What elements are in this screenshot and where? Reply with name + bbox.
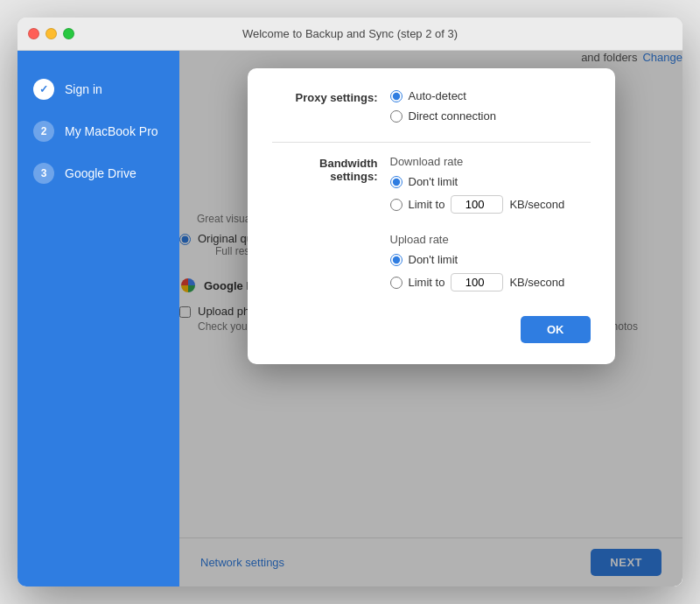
sidebar-item-macbook-label: My MacBook Pro [65, 124, 158, 138]
main-area: ✓ Sign in 2 My MacBook Pro 3 Google Driv… [18, 51, 682, 586]
direct-connection-label: Direct connection [409, 109, 496, 123]
proxy-settings-row: Proxy settings: Auto-detect Direct conne… [272, 89, 591, 130]
section-divider [272, 142, 591, 143]
maximize-button[interactable] [63, 28, 74, 39]
window-controls [28, 28, 74, 39]
proxy-fields: Auto-detect Direct connection [390, 89, 591, 130]
direct-connection-option[interactable]: Direct connection [390, 109, 591, 123]
step-2-indicator: 2 [33, 121, 54, 142]
bandwidth-settings-row: Bandwidth settings: Download rate Don't … [272, 155, 591, 298]
dl-dont-limit-option[interactable]: Don't limit [390, 175, 591, 188]
dl-dont-limit-label: Don't limit [409, 175, 458, 188]
dl-limit-to-option[interactable]: Limit to KB/second [390, 195, 591, 214]
ul-dont-limit-radio[interactable] [390, 254, 402, 266]
ul-limit-to-option[interactable]: Limit to KB/second [390, 273, 591, 291]
sidebar-item-label: Sign in [65, 82, 102, 96]
download-rate-input[interactable] [451, 195, 503, 214]
sidebar-item-macbook[interactable]: 2 My MacBook Pro [18, 110, 179, 152]
auto-detect-label: Auto-detect [409, 89, 467, 102]
dl-limit-to-label: Limit to [409, 198, 445, 211]
modal-ok-row: OK [272, 316, 591, 343]
upload-rate-unit: KB/second [509, 276, 564, 289]
titlebar: Welcome to Backup and Sync (step 2 of 3) [18, 18, 682, 51]
sidebar-item-google-drive[interactable]: 3 Google Drive [18, 152, 179, 194]
ul-limit-to-radio[interactable] [390, 277, 402, 289]
ul-dont-limit-label: Don't limit [409, 253, 458, 266]
ul-limit-to-label: Limit to [409, 276, 445, 289]
upload-rate-input[interactable] [451, 273, 503, 291]
window-title: Welcome to Backup and Sync (step 2 of 3) [242, 27, 458, 40]
download-rate-title: Download rate [390, 155, 591, 168]
bandwidth-settings-label: Bandwidth settings: [272, 155, 390, 183]
download-rate-unit: KB/second [509, 198, 564, 211]
ul-dont-limit-option[interactable]: Don't limit [390, 253, 591, 266]
upload-rate-title: Upload rate [390, 233, 591, 246]
modal-dialog: Proxy settings: Auto-detect Direct conne… [248, 68, 615, 364]
sidebar-item-drive-label: Google Drive [65, 166, 136, 180]
modal-overlay: Proxy settings: Auto-detect Direct conne… [179, 51, 682, 586]
step-3-indicator: 3 [33, 163, 54, 184]
close-button[interactable] [28, 28, 39, 39]
proxy-settings-label: Proxy settings: [272, 89, 390, 104]
auto-detect-radio[interactable] [390, 90, 402, 102]
sidebar-item-sign-in[interactable]: ✓ Sign in [18, 68, 179, 110]
sidebar: ✓ Sign in 2 My MacBook Pro 3 Google Driv… [18, 51, 179, 586]
dl-limit-to-radio[interactable] [390, 199, 402, 211]
ok-button[interactable]: OK [521, 316, 591, 343]
bandwidth-fields: Download rate Don't limit Limit to [390, 155, 591, 298]
main-window: Welcome to Backup and Sync (step 2 of 3)… [18, 18, 682, 586]
step-check-icon: ✓ [33, 79, 54, 100]
minimize-button[interactable] [46, 28, 57, 39]
direct-connection-radio[interactable] [390, 110, 402, 123]
auto-detect-option[interactable]: Auto-detect [390, 89, 591, 102]
dl-dont-limit-radio[interactable] [390, 176, 402, 188]
